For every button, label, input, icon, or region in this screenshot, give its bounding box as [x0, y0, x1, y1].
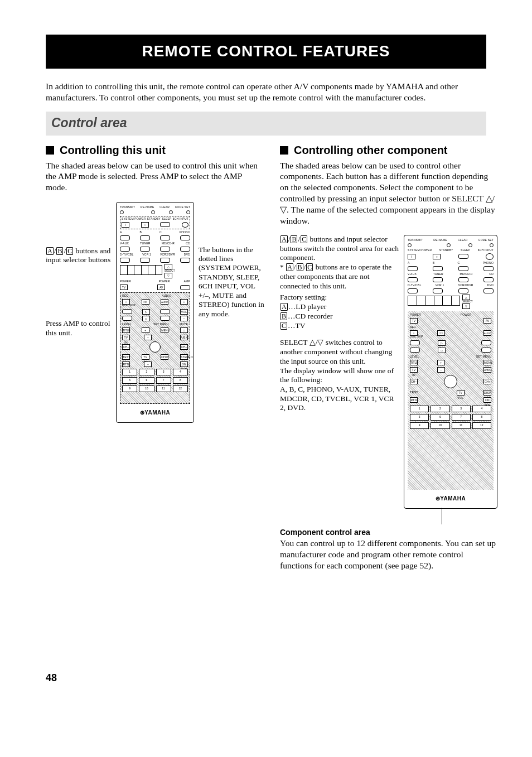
brand-logo-text: ⊛YAMAHA	[408, 495, 494, 503]
callout-left-labels: A/B/C buttons and input selector buttons…	[46, 202, 112, 338]
callout-leftB: A/B/C buttons and input selector buttons…	[280, 235, 399, 413]
para-abc-switch: A/B/C buttons and input selector buttons…	[280, 235, 399, 291]
col-controlling-other-component: Controlling other component The shaded a…	[280, 143, 497, 571]
page-title-banner: REMOTE CONTROL FEATURES	[46, 35, 486, 69]
brand-logo-text: ⊛YAMAHA	[120, 409, 190, 417]
bullet-square-icon	[46, 146, 54, 155]
intro-paragraph: In addition to controlling this unit, th…	[46, 81, 486, 103]
factory-setting-block: Factory setting: A…LD player B…CD record…	[280, 293, 399, 330]
heading-controlling-other: Controlling other component	[294, 143, 448, 158]
bullet-square-icon	[280, 146, 288, 155]
para-left-body: The shaded areas below can be used to co…	[46, 160, 264, 193]
section-bar-control-area: Control area	[46, 112, 486, 135]
heading-component-control-area: Component control area	[280, 528, 497, 538]
col-controlling-this-unit: Controlling this unit The shaded areas b…	[46, 143, 264, 423]
callout-abc-buttons: A/B/C buttons and input selector buttons	[46, 247, 112, 265]
para-right-body: The shaded areas below can be used to co…	[280, 160, 497, 226]
para-select-switches: SELECT △/▽ switches control to another c…	[280, 338, 399, 413]
heading-controlling-this-unit: Controlling this unit	[60, 143, 166, 158]
callout-press-amp: Press AMP to control this unit.	[46, 319, 112, 337]
remote-illustration-a: TRANSMITRE-NAMECLEARCODE SET SYSTEM POWE…	[116, 202, 194, 423]
remote-illustration-b: TRANSMITRE-NAMECLEARCODE SET SYSTEM POWE…	[404, 235, 497, 509]
callout-right-dotted: The buttons in the dotted lines (SYSTEM …	[199, 202, 264, 319]
para-component-control-area: You can control up to 12 different compo…	[280, 538, 497, 571]
page-number: 48	[46, 672, 486, 684]
